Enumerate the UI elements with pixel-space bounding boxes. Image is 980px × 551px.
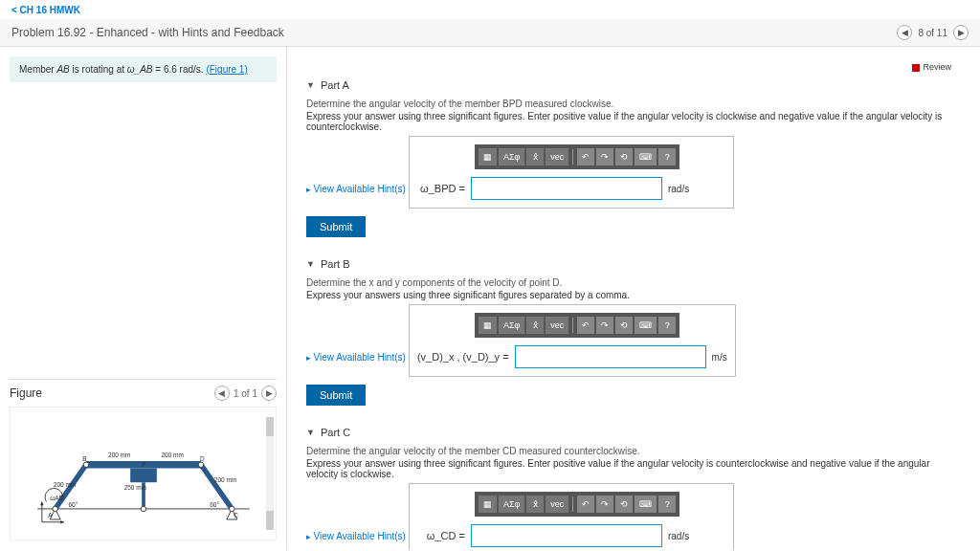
reset-icon[interactable]: ⟲ — [615, 496, 633, 513]
figure-position: 1 of 1 — [234, 388, 257, 399]
chevron-down-icon: ▼ — [306, 80, 315, 90]
part-b-input[interactable] — [515, 345, 706, 368]
part-a-unit: rad/s — [668, 184, 689, 194]
part-c-prompt: Determine the angular velocity of the me… — [306, 446, 961, 456]
equation-toolbar: ▦ AΣφ x̂ vec ↶ ↷ ⟲ ⌨ ? — [475, 492, 679, 517]
review-link[interactable]: Review — [306, 58, 961, 76]
figure-scrollbar[interactable] — [266, 417, 274, 530]
svg-text:P: P — [142, 461, 145, 468]
vector-icon[interactable]: vec — [546, 317, 568, 334]
part-b-hints-link[interactable]: View Available Hint(s) — [306, 352, 406, 363]
next-problem-button[interactable]: ▶ — [953, 25, 969, 40]
svg-text:200 mm: 200 mm — [53, 481, 75, 488]
reset-icon[interactable]: ⟲ — [615, 148, 633, 165]
figure-prev-button[interactable]: ◀ — [214, 386, 230, 401]
part-a-submit-button[interactable]: Submit — [306, 216, 366, 237]
svg-point-9 — [83, 462, 89, 468]
left-panel: Member AB is rotating at ω_AB = 6.6 rad/… — [0, 47, 287, 550]
svg-text:C: C — [234, 512, 238, 518]
part-b-unit: m/s — [712, 352, 727, 363]
vector-icon[interactable]: vec — [546, 148, 568, 165]
equation-toolbar: ▦ AΣφ x̂ vec ↶ ↷ ⟲ ⌨ ? — [475, 313, 679, 338]
figure-link[interactable]: (Figure 1) — [206, 64, 247, 75]
part-b-instr: Express your answers using three signifi… — [306, 290, 961, 300]
svg-text:B: B — [82, 455, 86, 462]
part-b: ▼ Part B Determine the x and y component… — [306, 254, 961, 406]
part-a-var-label: ω_BPD = — [417, 183, 465, 194]
fraction-icon[interactable]: AΣφ — [499, 496, 524, 513]
problem-title: Problem 16.92 - Enhanced - with Hints an… — [11, 26, 284, 39]
help-icon[interactable]: ? — [658, 496, 676, 513]
part-c-input[interactable] — [471, 524, 662, 547]
chevron-down-icon: ▼ — [306, 428, 315, 437]
chevron-down-icon: ▼ — [306, 259, 315, 269]
part-a-instr: Express your answer using three signific… — [306, 111, 961, 132]
svg-point-8 — [52, 506, 57, 512]
subscript-icon[interactable]: x̂ — [526, 496, 544, 513]
right-panel: Review ▼ Part A Determine the angular ve… — [287, 47, 980, 550]
figure-title: Figure — [10, 386, 42, 400]
keyboard-icon[interactable]: ⌨ — [635, 317, 657, 334]
vector-icon[interactable]: vec — [546, 496, 568, 513]
subscript-icon[interactable]: x̂ — [526, 317, 544, 334]
part-a-hints-link[interactable]: View Available Hint(s) — [306, 184, 406, 194]
svg-text:D: D — [200, 455, 205, 462]
problem-statement: Member AB is rotating at ω_AB = 6.6 rad/… — [10, 56, 277, 82]
help-icon[interactable]: ? — [658, 148, 676, 165]
svg-text:ωAB: ωAB — [50, 495, 63, 501]
template-icon[interactable]: ▦ — [479, 496, 497, 513]
prev-problem-button[interactable]: ◀ — [897, 25, 912, 40]
part-c-header[interactable]: ▼ Part C — [306, 423, 961, 442]
redo-icon[interactable]: ↷ — [596, 148, 613, 165]
undo-icon[interactable]: ↶ — [577, 496, 594, 513]
part-c-hints-link[interactable]: View Available Hint(s) — [306, 531, 406, 541]
svg-text:A: A — [48, 512, 53, 518]
svg-text:200 mm: 200 mm — [161, 452, 183, 458]
svg-point-10 — [198, 462, 204, 468]
svg-marker-16 — [40, 502, 44, 506]
part-b-header[interactable]: ▼ Part B — [306, 254, 961, 274]
undo-icon[interactable]: ↶ — [577, 317, 594, 334]
part-c-instr: Express your answer using three signific… — [306, 458, 961, 479]
part-b-submit-button[interactable]: Submit — [306, 385, 366, 406]
help-icon[interactable]: ? — [658, 317, 676, 334]
part-b-var-label: (v_D)_x , (v_D)_y = — [417, 351, 509, 363]
part-c-unit: rad/s — [668, 531, 689, 541]
reset-icon[interactable]: ⟲ — [615, 317, 633, 334]
svg-point-11 — [229, 506, 234, 512]
part-a-header[interactable]: ▼ Part A — [306, 76, 961, 95]
part-a-answer-box: ▦ AΣφ x̂ vec ↶ ↷ ⟲ ⌨ ? ω_BPD = rad/s — [409, 136, 734, 209]
keyboard-icon[interactable]: ⌨ — [635, 496, 657, 513]
template-icon[interactable]: ▦ — [479, 148, 497, 165]
svg-rect-6 — [130, 468, 157, 482]
fraction-icon[interactable]: AΣφ — [499, 317, 524, 334]
keyboard-icon[interactable]: ⌨ — [635, 148, 657, 165]
figure-next-button[interactable]: ▶ — [261, 386, 277, 401]
svg-text:60°: 60° — [68, 501, 78, 508]
part-b-answer-box: ▦ AΣφ x̂ vec ↶ ↷ ⟲ ⌨ ? (v_D)_x , (v_D)_y… — [409, 304, 736, 377]
course-link[interactable]: < CH 16 HMWK — [11, 5, 80, 15]
svg-text:250 mm: 250 mm — [123, 484, 145, 491]
svg-text:200 mm: 200 mm — [213, 476, 235, 483]
part-c-var-label: ω_CD = — [417, 530, 465, 541]
svg-text:60°: 60° — [210, 501, 219, 508]
fraction-icon[interactable]: AΣφ — [499, 148, 524, 165]
template-icon[interactable]: ▦ — [479, 317, 497, 334]
subscript-icon[interactable]: x̂ — [526, 148, 544, 165]
svg-text:200 mm: 200 mm — [108, 452, 130, 458]
part-c-answer-box: ▦ AΣφ x̂ vec ↶ ↷ ⟲ ⌨ ? ω_CD = rad/s — [409, 483, 734, 550]
part-a-input[interactable] — [471, 177, 662, 200]
equation-toolbar: ▦ AΣφ x̂ vec ↶ ↷ ⟲ ⌨ ? — [475, 144, 679, 169]
redo-icon[interactable]: ↷ — [596, 317, 613, 334]
svg-marker-15 — [60, 520, 64, 524]
redo-icon[interactable]: ↷ — [596, 496, 613, 513]
undo-icon[interactable]: ↶ — [577, 148, 594, 165]
problem-header-bar: Problem 16.92 - Enhanced - with Hints an… — [0, 19, 980, 47]
part-a: ▼ Part A Determine the angular velocity … — [306, 76, 961, 237]
figure-canvas: 200 mm 200 mm 200 mm 200 mm 250 mm 60° 6… — [10, 407, 277, 540]
part-a-prompt: Determine the angular velocity of the me… — [306, 99, 961, 109]
svg-point-12 — [141, 506, 146, 512]
problem-position: 8 of 11 — [918, 28, 947, 38]
part-c: ▼ Part C Determine the angular velocity … — [306, 423, 961, 550]
part-b-prompt: Determine the x and y components of the … — [306, 277, 961, 288]
